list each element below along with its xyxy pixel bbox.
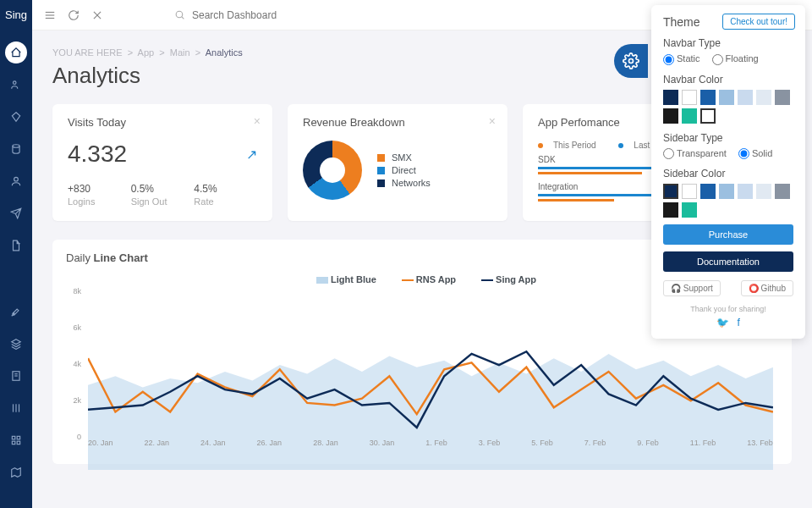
x-tick: 1. Feb <box>425 439 447 452</box>
x-tick: 28. Jan <box>313 439 338 452</box>
color-swatch[interactable] <box>663 202 678 218</box>
thanks-text: Thank you for sharing! <box>663 305 793 313</box>
y-tick: 0 <box>77 433 81 441</box>
trend-up-icon: ↗ <box>246 146 257 163</box>
nav-send[interactable] <box>5 202 27 224</box>
color-swatch[interactable] <box>682 108 697 124</box>
color-swatch[interactable] <box>682 202 697 218</box>
sidebar-type-label: Sidebar Type <box>663 132 793 144</box>
search-input[interactable] <box>192 9 344 21</box>
chart-legend-item: Light Blue <box>308 274 376 284</box>
nav-map[interactable] <box>5 461 27 483</box>
svg-point-0 <box>14 81 17 85</box>
sidebar-color-label: Sidebar Color <box>663 168 793 179</box>
navtype-option[interactable]: Static <box>663 53 700 64</box>
color-swatch[interactable] <box>775 184 790 199</box>
color-swatch[interactable] <box>682 184 697 199</box>
visits-value: 4.332 <box>68 141 127 168</box>
support-link[interactable]: 🎧 Support <box>663 280 721 296</box>
color-swatch[interactable] <box>700 90 716 105</box>
svg-point-18 <box>176 11 183 18</box>
color-swatch[interactable] <box>663 108 678 124</box>
close-icon[interactable] <box>91 9 103 21</box>
card-title: Visits Today <box>68 116 257 129</box>
github-link[interactable]: ⭕ Github <box>741 280 793 296</box>
y-tick: 8k <box>73 287 81 295</box>
x-tick: 13. Feb <box>747 439 773 452</box>
visit-stat: 4.5%Rate <box>194 183 257 207</box>
x-tick: 24. Jan <box>200 439 226 452</box>
card-visits: Visits Today × 4.332 ↗ +830Logins0.5%Sig… <box>52 104 272 221</box>
svg-line-19 <box>182 17 184 19</box>
menu-icon[interactable] <box>44 9 56 21</box>
crumb-current: Analytics <box>206 47 243 58</box>
color-swatch[interactable] <box>663 90 678 105</box>
crumb-app[interactable]: App <box>138 47 155 58</box>
nav-doc[interactable] <box>5 235 27 257</box>
nav-tools[interactable] <box>5 301 27 323</box>
nav-layers[interactable] <box>5 333 27 355</box>
sidetype-option[interactable]: Solid <box>738 148 772 158</box>
x-tick: 5. Feb <box>531 439 553 452</box>
svg-point-20 <box>629 59 634 64</box>
nav-db[interactable] <box>5 138 27 160</box>
twitter-icon[interactable]: 🐦 <box>716 317 729 329</box>
nav-sliders[interactable] <box>5 397 27 419</box>
y-tick: 4k <box>73 360 81 368</box>
card-close-icon[interactable]: × <box>254 114 261 128</box>
color-swatch[interactable] <box>756 184 771 199</box>
theme-toggle-button[interactable] <box>614 44 648 78</box>
search-box <box>174 9 344 21</box>
x-tick: 7. Feb <box>584 439 606 452</box>
crumb-main[interactable]: Main <box>170 47 190 58</box>
purchase-button[interactable]: Purchase <box>663 224 793 245</box>
x-tick: 9. Feb <box>637 439 659 452</box>
donut-chart <box>303 141 362 200</box>
color-swatch[interactable] <box>775 90 790 105</box>
sidetype-option[interactable]: Transparent <box>663 148 727 158</box>
legend-item: SMX <box>377 152 431 163</box>
refresh-icon[interactable] <box>68 9 80 21</box>
color-swatch[interactable] <box>700 184 716 199</box>
y-tick: 6k <box>73 323 81 332</box>
nav-sketch[interactable] <box>5 106 27 128</box>
svg-point-1 <box>13 145 19 148</box>
nav-file[interactable] <box>5 365 27 387</box>
app-logo: Sing <box>5 0 27 36</box>
color-swatch[interactable] <box>719 184 734 199</box>
color-swatch[interactable] <box>700 108 716 124</box>
svg-rect-10 <box>17 436 20 439</box>
gear-icon <box>623 52 639 69</box>
color-swatch[interactable] <box>738 184 753 199</box>
tour-button[interactable]: Check out tour! <box>722 14 795 30</box>
svg-rect-9 <box>12 436 15 439</box>
navbar-type-label: Navbar Type <box>663 37 793 49</box>
search-icon <box>174 9 185 20</box>
color-swatch[interactable] <box>682 90 697 105</box>
x-tick: 22. Jan <box>145 439 170 452</box>
nav-grid[interactable] <box>5 429 27 451</box>
color-swatch[interactable] <box>738 90 753 105</box>
x-tick: 26. Jan <box>257 439 283 452</box>
color-swatch[interactable] <box>719 90 734 105</box>
card-title: Revenue Breakdown <box>303 116 492 129</box>
x-tick: 20. Jan <box>88 439 113 452</box>
legend-item: Networks <box>377 178 431 188</box>
x-tick: 11. Feb <box>690 439 716 452</box>
color-swatch[interactable] <box>663 184 678 199</box>
x-tick: 3. Feb <box>479 439 501 452</box>
legend-item: Direct <box>377 165 431 175</box>
card-close-icon[interactable]: × <box>489 114 496 128</box>
nav-users[interactable] <box>5 74 27 96</box>
color-swatch[interactable] <box>756 90 771 105</box>
nav-dashboard[interactable] <box>5 41 27 64</box>
nav-user[interactable] <box>5 170 27 192</box>
navtype-option[interactable]: Floating <box>712 53 759 64</box>
theme-panel: Theme Check out tour! Navbar Type Static… <box>651 5 805 339</box>
card-revenue: Revenue Breakdown × SMXDirectNetworks <box>288 104 508 221</box>
svg-point-2 <box>14 177 19 181</box>
visit-stat: 0.5%Sign Out <box>131 183 195 207</box>
facebook-icon[interactable]: f <box>738 317 740 329</box>
docs-button[interactable]: Documentation <box>663 251 793 272</box>
visit-stat: +830Logins <box>68 183 131 207</box>
